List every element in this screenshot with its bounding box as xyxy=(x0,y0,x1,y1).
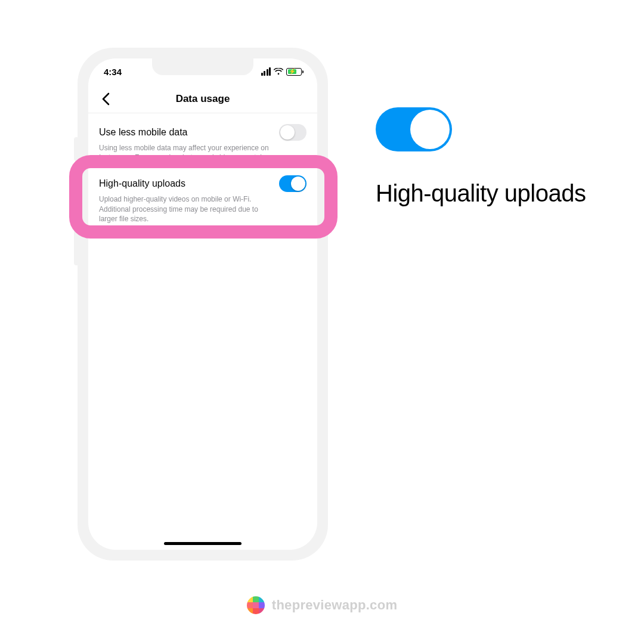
phone-side-button xyxy=(74,224,79,265)
phone-screen: 4:34 ⚡ Data usage xyxy=(88,58,317,550)
footer-text: thepreviewapp.com xyxy=(272,597,398,613)
toggle-on-icon xyxy=(376,107,452,151)
chevron-left-icon xyxy=(101,92,110,106)
phone-side-button xyxy=(74,173,79,215)
callout-label: High-quality uploads xyxy=(376,180,626,207)
setting-title: High-quality uploads xyxy=(99,178,185,189)
phone-frame: 4:34 ⚡ Data usage xyxy=(78,48,328,561)
battery-charging-icon: ⚡ xyxy=(286,68,302,76)
high-quality-uploads-toggle[interactable] xyxy=(279,175,306,192)
status-time: 4:34 xyxy=(104,67,122,77)
status-bar: 4:34 ⚡ xyxy=(88,58,317,85)
setting-use-less-data: Use less mobile data Using less mobile d… xyxy=(99,122,306,169)
home-indicator xyxy=(164,542,242,545)
callout: High-quality uploads xyxy=(376,107,626,207)
footer-watermark: thepreviewapp.com xyxy=(0,596,644,614)
nav-header: Data usage xyxy=(88,85,317,113)
preview-app-logo-icon xyxy=(247,596,265,614)
cellular-signal-icon xyxy=(261,67,271,76)
phone-side-button xyxy=(74,137,79,161)
status-right: ⚡ xyxy=(261,67,302,76)
back-button[interactable] xyxy=(97,90,114,108)
setting-description: Using less mobile data may affect your e… xyxy=(99,143,278,162)
settings-content: Use less mobile data Using less mobile d… xyxy=(88,113,317,550)
page-title: Data usage xyxy=(176,93,230,105)
setting-high-quality-uploads: High-quality uploads Upload higher-quali… xyxy=(99,173,306,231)
use-less-data-toggle[interactable] xyxy=(279,124,306,141)
wifi-icon xyxy=(274,68,283,75)
setting-description: Upload higher-quality videos on mobile o… xyxy=(99,194,278,224)
phone-side-button xyxy=(327,173,332,233)
setting-title: Use less mobile data xyxy=(99,127,188,138)
